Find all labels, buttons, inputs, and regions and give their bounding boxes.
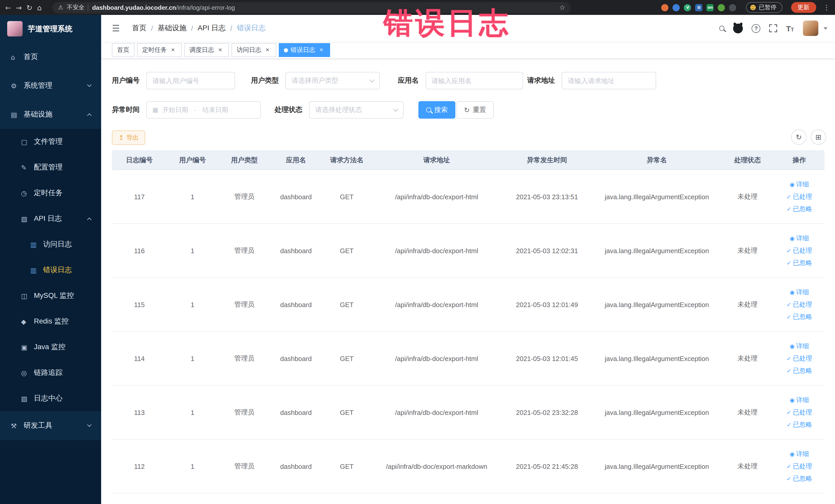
export-button[interactable]: ↥ 导出 (112, 130, 145, 145)
cell-time: 2021-05-03 12:01:49 (501, 278, 593, 331)
ignored-link[interactable]: ✓已忽略 (787, 366, 812, 375)
detail-link[interactable]: ◉详细 (790, 180, 809, 189)
sidebar-item-mysql[interactable]: ◫MySQL 监控 (0, 283, 101, 309)
ignored-link[interactable]: ✓已忽略 (787, 205, 812, 213)
ignored-link[interactable]: ✓已忽略 (787, 313, 812, 321)
sidebar-item-home[interactable]: ⌂首页 (0, 43, 101, 72)
tab-access-log[interactable]: 访问日志× (231, 43, 276, 57)
processed-link[interactable]: ✓已处理 (787, 300, 812, 309)
sidebar-item-trace[interactable]: ◎链路追踪 (0, 360, 101, 386)
extension-paw-icon[interactable] (729, 4, 736, 11)
tab-error-log[interactable]: 错误日志× (279, 43, 330, 57)
extension-vue-devtools-icon[interactable]: V (684, 4, 691, 11)
reset-button[interactable]: ↻ 重置 (456, 101, 494, 119)
cell-status: 未处理 (721, 385, 774, 439)
cell-time: 2021-05-03 23:13:51 (501, 170, 593, 224)
github-icon[interactable] (733, 23, 743, 33)
sidebar-item-redis[interactable]: ◆Redis 监控 (0, 309, 101, 334)
sidebar-item-access-log[interactable]: ▥访问日志 (0, 231, 101, 257)
sidebar-item-job[interactable]: ◷定时任务 (0, 180, 101, 206)
sidebar-item-system[interactable]: ⚙系统管理 (0, 72, 101, 100)
refresh-icon: ↻ (464, 106, 470, 114)
system-icon: ⚙ (11, 82, 24, 89)
processed-link[interactable]: ✓已处理 (787, 354, 812, 363)
extension-orange-icon[interactable] (661, 4, 669, 11)
cell-status: 未处理 (721, 439, 774, 493)
extension-leaf-icon[interactable] (718, 4, 725, 11)
sidebar-item-dev-tools[interactable]: ⚒研发工具 (0, 411, 101, 440)
browser-forward-icon[interactable]: → (16, 4, 22, 11)
sidebar-item-config-manage[interactable]: ✎配置管理 (0, 155, 101, 180)
browser-home-icon[interactable]: ⌂ (37, 4, 42, 11)
browser-reload-icon[interactable]: ↻ (26, 4, 32, 11)
address-bar[interactable]: ⚠ 不安全 dashboard.yudao.iocoder.cn/infra/l… (53, 2, 571, 13)
hamburger-icon[interactable]: ☰ (109, 23, 123, 33)
process-status-select[interactable]: 请选择处理状态 (309, 101, 404, 119)
browser-menu-icon[interactable]: ⋮ (823, 4, 830, 11)
cell-method: GET (321, 224, 372, 278)
refresh-table-button[interactable]: ↻ (791, 129, 807, 145)
tab-home[interactable]: 首页 (112, 43, 135, 57)
sidebar-item-api-log[interactable]: ▧API 日志 (0, 206, 101, 231)
sidebar-item-infra[interactable]: ▤基础设施 (0, 100, 101, 129)
ignored-link[interactable]: ✓已忽略 (787, 259, 812, 267)
search-button[interactable]: 搜索 (419, 101, 455, 119)
fullscreen-icon[interactable] (769, 24, 777, 32)
processed-link[interactable]: ✓已处理 (787, 408, 812, 417)
font-size-icon[interactable]: TT (786, 24, 794, 33)
close-icon[interactable]: × (264, 46, 271, 54)
cell-exception: java.lang.IllegalArgumentException (593, 170, 721, 224)
browser-update-button[interactable]: 更新 (791, 2, 816, 13)
processed-link[interactable]: ✓已处理 (787, 462, 812, 471)
sidebar-item-java[interactable]: ▣Java 监控 (0, 334, 101, 360)
processed-link[interactable]: ✓已处理 (787, 246, 812, 255)
ignored-link[interactable]: ✓已忽略 (787, 474, 812, 483)
user-type-select[interactable]: 请选择用户类型 (285, 72, 380, 89)
request-url-input[interactable] (562, 72, 656, 89)
breadcrumb-item[interactable]: 基础设施 (158, 24, 186, 33)
search-icon[interactable] (719, 26, 725, 31)
tab-job-log[interactable]: 调度日志× (184, 43, 229, 57)
breadcrumb-item[interactable]: API 日志 (198, 24, 226, 33)
tab-job[interactable]: 定时任务× (137, 43, 182, 57)
close-icon[interactable]: × (217, 46, 224, 54)
cell-method: GET (321, 278, 372, 331)
close-icon[interactable]: × (169, 46, 177, 54)
detail-link[interactable]: ◉详细 (790, 396, 809, 404)
app-name-input[interactable] (425, 72, 523, 89)
extension-on-badge-icon[interactable]: on (707, 4, 714, 11)
sidebar-item-error-log[interactable]: ▥错误日志 (0, 257, 101, 283)
eye-icon: ◉ (790, 181, 794, 188)
app-logo[interactable]: 芋道管理系统 (0, 15, 101, 43)
detail-link[interactable]: ◉详细 (790, 288, 809, 297)
breadcrumb-item[interactable]: 首页 (132, 24, 147, 33)
bookmark-star-icon[interactable]: ☆ (559, 4, 565, 11)
column-header: 请求地址 (372, 151, 501, 170)
extension-grid-icon[interactable]: ⊞ (695, 4, 702, 11)
ignored-link[interactable]: ✓已忽略 (787, 420, 812, 429)
column-settings-button[interactable]: ⊞ (811, 129, 826, 145)
chevron-down-icon[interactable] (823, 27, 827, 29)
filter-request-url: 请求地址 (527, 72, 656, 89)
help-icon[interactable]: ? (752, 24, 760, 33)
table-body: 1171管理员dashboardGET/api/infra/db-doc/exp… (112, 170, 824, 493)
check-icon: ✓ (787, 367, 791, 374)
cell-actions: ◉详细✓已处理✓已忽略 (774, 439, 824, 493)
exception-time-range[interactable]: ▦ 开始日期 - 结束日期 (146, 101, 261, 119)
sidebar-item-file-manage[interactable]: ▢文件管理 (0, 129, 101, 155)
table-row: 1171管理员dashboardGET/api/infra/db-doc/exp… (112, 170, 824, 224)
cell-user-id: 1 (167, 224, 218, 278)
sidebar-item-log-center[interactable]: ▨日志中心 (0, 386, 101, 411)
close-icon[interactable]: × (318, 46, 325, 54)
select-placeholder: 请选择处理状态 (315, 105, 394, 115)
extension-blue-drop-icon[interactable] (673, 4, 680, 11)
detail-link[interactable]: ◉详细 (790, 342, 809, 350)
paused-badge[interactable]: ☻ 已暂停 (746, 2, 782, 13)
detail-link[interactable]: ◉详细 (790, 449, 809, 458)
user-id-input[interactable] (146, 72, 235, 89)
avatar[interactable] (803, 21, 818, 36)
detail-link[interactable]: ◉详细 (790, 234, 809, 243)
cell-url: /api/infra/db-doc/export-markdown (372, 439, 501, 493)
processed-link[interactable]: ✓已处理 (787, 192, 812, 201)
browser-back-icon[interactable]: ← (5, 4, 11, 11)
